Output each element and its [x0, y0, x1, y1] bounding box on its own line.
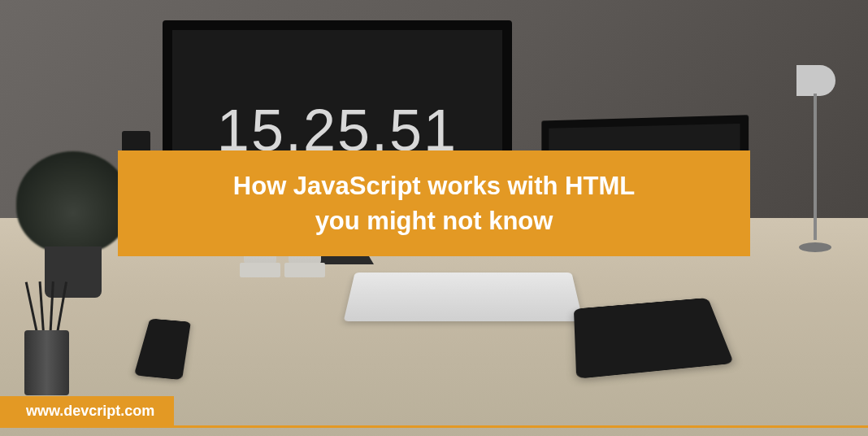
plant-foliage: [16, 151, 130, 254]
lamp-base: [799, 242, 831, 252]
title-text: How JavaScript works with HTML you might…: [233, 168, 635, 239]
lamp-arm: [814, 94, 817, 240]
title-banner: How JavaScript works with HTML you might…: [118, 150, 750, 256]
bust-base: [284, 263, 325, 277]
plant: [16, 151, 130, 298]
keyboard: [344, 272, 584, 321]
bust-base: [240, 263, 280, 277]
title-line-1: How JavaScript works with HTML: [233, 172, 635, 200]
desk-lamp: [795, 65, 835, 252]
url-text: www.devcript.com: [26, 403, 154, 419]
url-banner: www.devcript.com: [0, 396, 174, 426]
title-line-2: you might not know: [315, 207, 553, 235]
lamp-head: [796, 65, 835, 96]
pen-holder: [24, 330, 69, 395]
